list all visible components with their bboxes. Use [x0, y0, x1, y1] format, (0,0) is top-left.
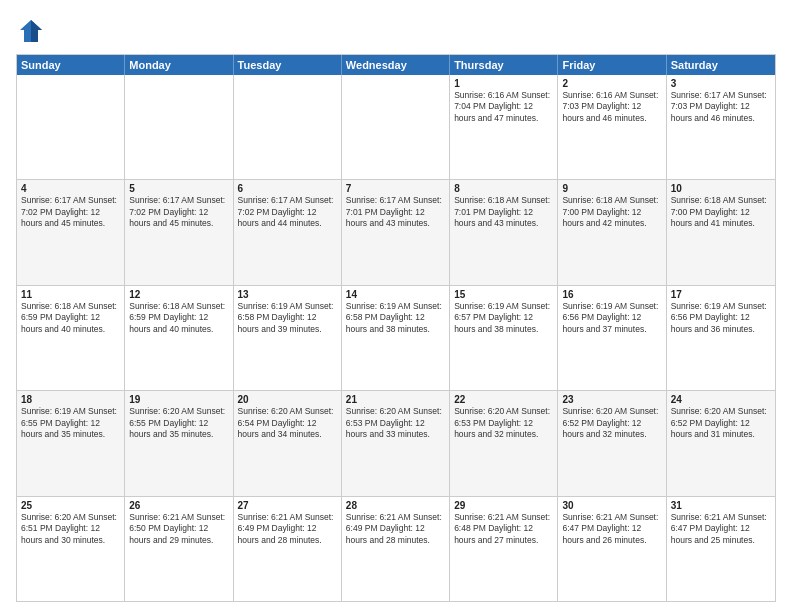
day-number: 23	[562, 394, 661, 405]
day-number: 5	[129, 183, 228, 194]
day-number: 11	[21, 289, 120, 300]
day-info: Sunrise: 6:18 AM Sunset: 6:59 PM Dayligh…	[129, 301, 228, 335]
calendar: SundayMondayTuesdayWednesdayThursdayFrid…	[16, 54, 776, 602]
page: SundayMondayTuesdayWednesdayThursdayFrid…	[0, 0, 792, 612]
day-number: 14	[346, 289, 445, 300]
day-cell-1: 1Sunrise: 6:16 AM Sunset: 7:04 PM Daylig…	[450, 75, 558, 179]
day-cell-21: 21Sunrise: 6:20 AM Sunset: 6:53 PM Dayli…	[342, 391, 450, 495]
day-info: Sunrise: 6:17 AM Sunset: 7:01 PM Dayligh…	[346, 195, 445, 229]
day-info: Sunrise: 6:21 AM Sunset: 6:50 PM Dayligh…	[129, 512, 228, 546]
day-cell-24: 24Sunrise: 6:20 AM Sunset: 6:52 PM Dayli…	[667, 391, 775, 495]
day-info: Sunrise: 6:20 AM Sunset: 6:53 PM Dayligh…	[454, 406, 553, 440]
day-cell-4: 4Sunrise: 6:17 AM Sunset: 7:02 PM Daylig…	[17, 180, 125, 284]
day-cell-8: 8Sunrise: 6:18 AM Sunset: 7:01 PM Daylig…	[450, 180, 558, 284]
day-number: 2	[562, 78, 661, 89]
day-cell-11: 11Sunrise: 6:18 AM Sunset: 6:59 PM Dayli…	[17, 286, 125, 390]
day-number: 22	[454, 394, 553, 405]
day-info: Sunrise: 6:20 AM Sunset: 6:51 PM Dayligh…	[21, 512, 120, 546]
day-info: Sunrise: 6:19 AM Sunset: 6:55 PM Dayligh…	[21, 406, 120, 440]
day-cell-13: 13Sunrise: 6:19 AM Sunset: 6:58 PM Dayli…	[234, 286, 342, 390]
svg-marker-1	[31, 20, 42, 42]
day-number: 31	[671, 500, 771, 511]
day-number: 17	[671, 289, 771, 300]
day-cell-2: 2Sunrise: 6:16 AM Sunset: 7:03 PM Daylig…	[558, 75, 666, 179]
empty-cell	[125, 75, 233, 179]
day-number: 9	[562, 183, 661, 194]
day-cell-27: 27Sunrise: 6:21 AM Sunset: 6:49 PM Dayli…	[234, 497, 342, 601]
day-cell-9: 9Sunrise: 6:18 AM Sunset: 7:00 PM Daylig…	[558, 180, 666, 284]
day-cell-30: 30Sunrise: 6:21 AM Sunset: 6:47 PM Dayli…	[558, 497, 666, 601]
day-cell-19: 19Sunrise: 6:20 AM Sunset: 6:55 PM Dayli…	[125, 391, 233, 495]
day-info: Sunrise: 6:20 AM Sunset: 6:52 PM Dayligh…	[671, 406, 771, 440]
day-info: Sunrise: 6:16 AM Sunset: 7:04 PM Dayligh…	[454, 90, 553, 124]
day-cell-26: 26Sunrise: 6:21 AM Sunset: 6:50 PM Dayli…	[125, 497, 233, 601]
day-info: Sunrise: 6:18 AM Sunset: 6:59 PM Dayligh…	[21, 301, 120, 335]
day-cell-18: 18Sunrise: 6:19 AM Sunset: 6:55 PM Dayli…	[17, 391, 125, 495]
logo	[16, 16, 50, 46]
day-cell-7: 7Sunrise: 6:17 AM Sunset: 7:01 PM Daylig…	[342, 180, 450, 284]
day-number: 12	[129, 289, 228, 300]
header	[16, 16, 776, 46]
day-info: Sunrise: 6:19 AM Sunset: 6:58 PM Dayligh…	[346, 301, 445, 335]
calendar-row-2: 11Sunrise: 6:18 AM Sunset: 6:59 PM Dayli…	[17, 285, 775, 390]
day-cell-17: 17Sunrise: 6:19 AM Sunset: 6:56 PM Dayli…	[667, 286, 775, 390]
day-info: Sunrise: 6:20 AM Sunset: 6:55 PM Dayligh…	[129, 406, 228, 440]
day-info: Sunrise: 6:17 AM Sunset: 7:03 PM Dayligh…	[671, 90, 771, 124]
logo-icon	[16, 16, 46, 46]
header-day-tuesday: Tuesday	[234, 55, 342, 75]
day-info: Sunrise: 6:18 AM Sunset: 7:00 PM Dayligh…	[671, 195, 771, 229]
day-info: Sunrise: 6:21 AM Sunset: 6:48 PM Dayligh…	[454, 512, 553, 546]
day-info: Sunrise: 6:18 AM Sunset: 7:00 PM Dayligh…	[562, 195, 661, 229]
day-info: Sunrise: 6:16 AM Sunset: 7:03 PM Dayligh…	[562, 90, 661, 124]
day-info: Sunrise: 6:20 AM Sunset: 6:54 PM Dayligh…	[238, 406, 337, 440]
day-info: Sunrise: 6:17 AM Sunset: 7:02 PM Dayligh…	[21, 195, 120, 229]
day-cell-20: 20Sunrise: 6:20 AM Sunset: 6:54 PM Dayli…	[234, 391, 342, 495]
calendar-row-0: 1Sunrise: 6:16 AM Sunset: 7:04 PM Daylig…	[17, 75, 775, 179]
day-cell-12: 12Sunrise: 6:18 AM Sunset: 6:59 PM Dayli…	[125, 286, 233, 390]
day-info: Sunrise: 6:20 AM Sunset: 6:53 PM Dayligh…	[346, 406, 445, 440]
day-number: 24	[671, 394, 771, 405]
calendar-row-4: 25Sunrise: 6:20 AM Sunset: 6:51 PM Dayli…	[17, 496, 775, 601]
day-cell-16: 16Sunrise: 6:19 AM Sunset: 6:56 PM Dayli…	[558, 286, 666, 390]
day-info: Sunrise: 6:21 AM Sunset: 6:47 PM Dayligh…	[671, 512, 771, 546]
day-cell-5: 5Sunrise: 6:17 AM Sunset: 7:02 PM Daylig…	[125, 180, 233, 284]
day-info: Sunrise: 6:17 AM Sunset: 7:02 PM Dayligh…	[238, 195, 337, 229]
day-cell-28: 28Sunrise: 6:21 AM Sunset: 6:49 PM Dayli…	[342, 497, 450, 601]
header-day-friday: Friday	[558, 55, 666, 75]
day-number: 6	[238, 183, 337, 194]
day-info: Sunrise: 6:19 AM Sunset: 6:56 PM Dayligh…	[671, 301, 771, 335]
empty-cell	[17, 75, 125, 179]
empty-cell	[234, 75, 342, 179]
header-day-monday: Monday	[125, 55, 233, 75]
day-number: 25	[21, 500, 120, 511]
header-day-wednesday: Wednesday	[342, 55, 450, 75]
day-number: 7	[346, 183, 445, 194]
day-number: 4	[21, 183, 120, 194]
header-day-thursday: Thursday	[450, 55, 558, 75]
day-number: 20	[238, 394, 337, 405]
empty-cell	[342, 75, 450, 179]
header-day-saturday: Saturday	[667, 55, 775, 75]
day-cell-22: 22Sunrise: 6:20 AM Sunset: 6:53 PM Dayli…	[450, 391, 558, 495]
day-info: Sunrise: 6:21 AM Sunset: 6:49 PM Dayligh…	[346, 512, 445, 546]
day-info: Sunrise: 6:19 AM Sunset: 6:57 PM Dayligh…	[454, 301, 553, 335]
day-cell-29: 29Sunrise: 6:21 AM Sunset: 6:48 PM Dayli…	[450, 497, 558, 601]
day-cell-15: 15Sunrise: 6:19 AM Sunset: 6:57 PM Dayli…	[450, 286, 558, 390]
day-info: Sunrise: 6:19 AM Sunset: 6:58 PM Dayligh…	[238, 301, 337, 335]
day-info: Sunrise: 6:18 AM Sunset: 7:01 PM Dayligh…	[454, 195, 553, 229]
day-number: 10	[671, 183, 771, 194]
day-info: Sunrise: 6:19 AM Sunset: 6:56 PM Dayligh…	[562, 301, 661, 335]
day-info: Sunrise: 6:17 AM Sunset: 7:02 PM Dayligh…	[129, 195, 228, 229]
day-info: Sunrise: 6:21 AM Sunset: 6:47 PM Dayligh…	[562, 512, 661, 546]
day-cell-14: 14Sunrise: 6:19 AM Sunset: 6:58 PM Dayli…	[342, 286, 450, 390]
day-number: 27	[238, 500, 337, 511]
calendar-row-1: 4Sunrise: 6:17 AM Sunset: 7:02 PM Daylig…	[17, 179, 775, 284]
day-number: 1	[454, 78, 553, 89]
calendar-row-3: 18Sunrise: 6:19 AM Sunset: 6:55 PM Dayli…	[17, 390, 775, 495]
calendar-body: 1Sunrise: 6:16 AM Sunset: 7:04 PM Daylig…	[17, 75, 775, 601]
day-cell-25: 25Sunrise: 6:20 AM Sunset: 6:51 PM Dayli…	[17, 497, 125, 601]
day-cell-6: 6Sunrise: 6:17 AM Sunset: 7:02 PM Daylig…	[234, 180, 342, 284]
day-cell-10: 10Sunrise: 6:18 AM Sunset: 7:00 PM Dayli…	[667, 180, 775, 284]
header-day-sunday: Sunday	[17, 55, 125, 75]
day-number: 8	[454, 183, 553, 194]
